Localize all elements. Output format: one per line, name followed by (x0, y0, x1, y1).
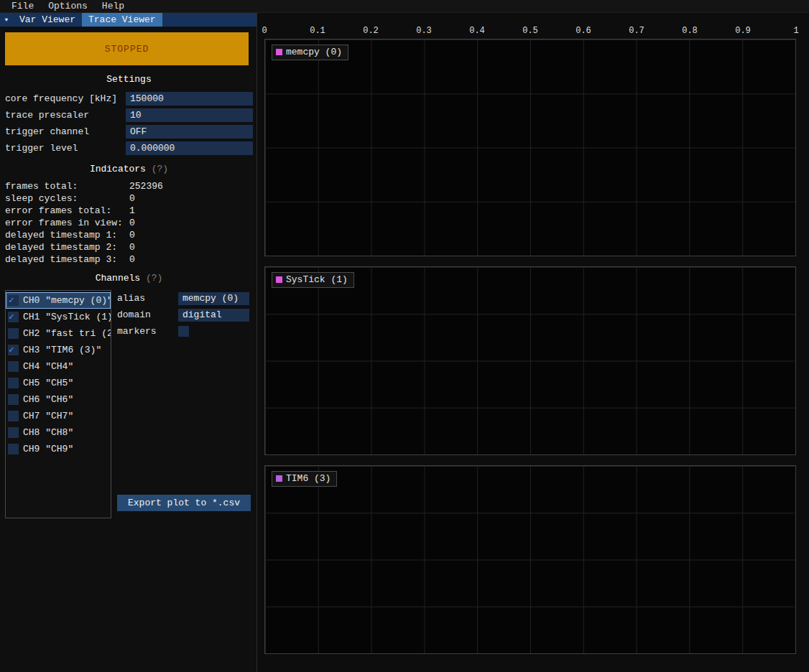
trace-prescaler-input[interactable] (126, 108, 253, 122)
export-csv-button[interactable]: Export plot to *.csv (117, 495, 251, 511)
setting-trace-prescaler: trace prescaler (5, 107, 253, 123)
channel-label: CH1 "SysTick (1)" (23, 312, 111, 322)
channel-row-ch2[interactable]: CH2 "fast tri (2 (6, 325, 111, 342)
indicator-delayed-timestamp-3: delayed timestamp 3: 0 (5, 253, 253, 266)
legend-label: memcpy (0) (286, 47, 342, 57)
channel-checkbox[interactable] (8, 444, 19, 454)
indicator-label: error frames total: (5, 205, 129, 216)
axis-tick: 0.8 (682, 26, 698, 36)
series-color-swatch (276, 49, 282, 55)
channel-label: CH8 "CH8" (23, 427, 73, 438)
channel-label: CH3 "TIM6 (3)" (23, 345, 101, 355)
channels-section: CH0 "memcpy (0)" CH1 "SysTick (1)" CH2 "… (5, 290, 253, 518)
indicator-error-frames-in-view: error frames in view: 0 (5, 217, 253, 229)
axis-tick: 1 (793, 26, 798, 36)
indicator-value: 0 (129, 230, 135, 241)
left-column: ▼ Var Viewer Trace Viewer STOPPED Settin… (0, 13, 256, 672)
channel-checkbox[interactable] (8, 345, 19, 355)
plot-memcpy[interactable]: memcpy (0) (264, 39, 796, 256)
channel-detail: alias memcpy (0) domain digital markers … (111, 290, 253, 518)
plots-panel: 0 0.1 0.2 0.3 0.4 0.5 0.6 0.7 0.8 0.9 1 … (256, 13, 809, 672)
indicator-delayed-timestamp-2: delayed timestamp 2: 0 (5, 241, 253, 253)
menu-options[interactable]: Options (41, 1, 95, 11)
domain-label: domain (117, 309, 178, 320)
channel-label: CH5 "CH5" (23, 378, 73, 388)
legend-systick[interactable]: SysTick (1) (272, 272, 354, 288)
tab-var-viewer[interactable]: Var Viewer (13, 13, 82, 27)
channel-list: CH0 "memcpy (0)" CH1 "SysTick (1)" CH2 "… (5, 290, 111, 518)
legend-tim6[interactable]: TIM6 (3) (272, 471, 337, 487)
settings-title: Settings (5, 74, 253, 86)
tab-bar: ▼ Var Viewer Trace Viewer (0, 13, 256, 27)
channels-help-icon: (?) (146, 273, 162, 284)
indicator-label: delayed timestamp 1: (5, 230, 129, 241)
channel-row-ch9[interactable]: CH9 "CH9" (6, 441, 111, 457)
channel-label: CH2 "fast tri (2 (23, 328, 111, 339)
setting-label: trigger level (5, 143, 126, 154)
menu-help[interactable]: Help (95, 1, 131, 11)
axis-tick: 0.4 (469, 26, 485, 36)
indicator-value: 0 (129, 218, 135, 228)
series-color-swatch (276, 475, 282, 482)
trigger-channel-combo[interactable]: OFF (126, 125, 253, 139)
channel-checkbox[interactable] (8, 312, 19, 322)
markers-checkbox[interactable] (178, 326, 189, 337)
alias-input[interactable]: memcpy (0) (178, 292, 249, 305)
setting-label: trigger channel (5, 126, 126, 137)
channels-title-text: Channels (96, 273, 140, 284)
axis-tick: 0.6 (575, 26, 591, 36)
channel-checkbox[interactable] (8, 394, 19, 405)
indicator-value: 1 (129, 205, 135, 216)
channel-row-ch6[interactable]: CH6 "CH6" (6, 391, 111, 408)
channel-label: CH7 "CH7" (23, 411, 73, 421)
trigger-level-input[interactable] (126, 141, 253, 155)
axis-tick: 0 (262, 26, 267, 36)
setting-trigger-level: trigger level (5, 140, 253, 157)
axis-tick: 0.1 (310, 26, 325, 36)
legend-memcpy[interactable]: memcpy (0) (272, 45, 348, 60)
channel-row-ch7[interactable]: CH7 "CH7" (6, 408, 111, 424)
indicator-value: 0 (129, 193, 135, 204)
setting-label: trace prescaler (5, 110, 126, 121)
indicator-value: 252396 (129, 181, 163, 192)
channel-checkbox[interactable] (8, 427, 19, 438)
markers-label: markers (117, 326, 178, 337)
acquisition-state-button[interactable]: STOPPED (5, 32, 249, 65)
channel-checkbox[interactable] (8, 378, 19, 388)
channel-label: CH0 "memcpy (0)" (23, 295, 111, 306)
channel-checkbox[interactable] (8, 361, 19, 372)
channel-row-ch1[interactable]: CH1 "SysTick (1)" (6, 309, 111, 325)
channel-row-ch3[interactable]: CH3 "TIM6 (3)" (6, 342, 111, 358)
trace-viewer-panel: STOPPED Settings core frequency [kHz] tr… (0, 27, 256, 672)
legend-label: TIM6 (3) (286, 473, 330, 484)
indicator-error-frames-total: error frames total: 1 (5, 205, 253, 217)
setting-trigger-channel: trigger channel OFF (5, 123, 253, 140)
channel-row-ch8[interactable]: CH8 "CH8" (6, 424, 111, 441)
indicator-label: frames total: (5, 181, 129, 192)
indicator-value: 0 (129, 242, 135, 253)
plot-systick[interactable]: SysTick (1) (264, 266, 796, 455)
plot-tim6[interactable]: TIM6 (3) (264, 465, 796, 654)
channel-label: CH9 "CH9" (23, 444, 73, 454)
channel-checkbox[interactable] (8, 328, 19, 339)
channels-title: Channels (?) (5, 273, 253, 285)
indicator-sleep-cycles: sleep cycles: 0 (5, 192, 253, 205)
channel-checkbox[interactable] (8, 295, 19, 306)
domain-combo[interactable]: digital (178, 309, 249, 322)
setting-label: core frequency [kHz] (5, 93, 126, 104)
channel-row-ch0[interactable]: CH0 "memcpy (0)" (6, 292, 111, 309)
collapse-window-icon[interactable]: ▼ (0, 13, 13, 27)
core-frequency-input[interactable] (126, 92, 253, 106)
menu-file[interactable]: File (4, 1, 41, 11)
indicator-value: 0 (129, 254, 135, 265)
channel-checkbox[interactable] (8, 411, 19, 421)
tab-trace-viewer[interactable]: Trace Viewer (82, 13, 162, 27)
indicator-delayed-timestamp-1: delayed timestamp 1: 0 (5, 229, 253, 241)
channel-row-ch5[interactable]: CH5 "CH5" (6, 375, 111, 391)
axis-tick: 0.9 (735, 26, 751, 36)
channel-row-ch4[interactable]: CH4 "CH4" (6, 358, 111, 375)
alias-row: alias memcpy (0) (117, 290, 251, 307)
menu-bar: File Options Help (0, 0, 809, 13)
domain-row: domain digital (117, 307, 251, 323)
legend-label: SysTick (1) (286, 274, 348, 285)
